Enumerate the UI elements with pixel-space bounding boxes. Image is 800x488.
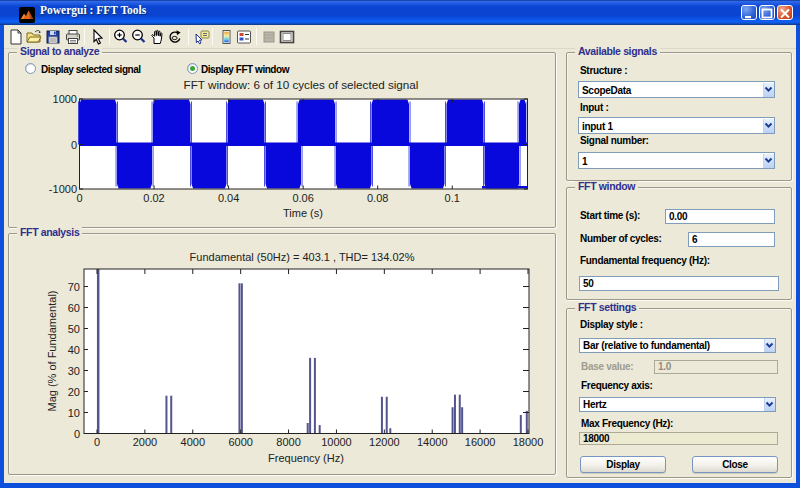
- svg-text:0.04: 0.04: [218, 192, 239, 204]
- svg-text:20: 20: [68, 386, 80, 398]
- svg-text:-1000: -1000: [49, 183, 77, 195]
- svg-text:70: 70: [68, 281, 80, 293]
- svg-text:Fundamental (50Hz) = 403.1 , T: Fundamental (50Hz) = 403.1 , THD= 134.02…: [190, 251, 415, 263]
- svg-text:18000: 18000: [513, 436, 544, 448]
- svg-text:0: 0: [76, 192, 82, 204]
- svg-text:0.06: 0.06: [292, 192, 313, 204]
- svg-text:Time (s): Time (s): [283, 207, 323, 219]
- svg-text:Mag (% of Fundamental): Mag (% of Fundamental): [46, 290, 58, 411]
- svg-text:0: 0: [94, 436, 100, 448]
- svg-text:FFT window: 6 of 10 cycles of: FFT window: 6 of 10 cycles of selected s…: [184, 78, 419, 91]
- svg-text:0: 0: [71, 139, 77, 151]
- svg-text:12000: 12000: [369, 436, 400, 448]
- svg-text:10: 10: [68, 407, 80, 419]
- svg-text:6000: 6000: [228, 436, 252, 448]
- svg-text:14000: 14000: [417, 436, 448, 448]
- svg-text:0.1: 0.1: [445, 192, 460, 204]
- svg-text:Frequency (Hz): Frequency (Hz): [268, 452, 344, 464]
- svg-text:0: 0: [74, 428, 80, 440]
- svg-text:2000: 2000: [133, 436, 157, 448]
- svg-text:16000: 16000: [465, 436, 496, 448]
- svg-text:40: 40: [68, 344, 80, 356]
- svg-text:4000: 4000: [181, 436, 205, 448]
- svg-text:8000: 8000: [276, 436, 300, 448]
- svg-text:60: 60: [68, 302, 80, 314]
- svg-text:0.02: 0.02: [143, 192, 164, 204]
- svg-text:30: 30: [68, 365, 80, 377]
- svg-text:50: 50: [68, 323, 80, 335]
- svg-text:10000: 10000: [321, 436, 352, 448]
- svg-text:0.08: 0.08: [367, 192, 388, 204]
- svg-text:1000: 1000: [53, 93, 77, 105]
